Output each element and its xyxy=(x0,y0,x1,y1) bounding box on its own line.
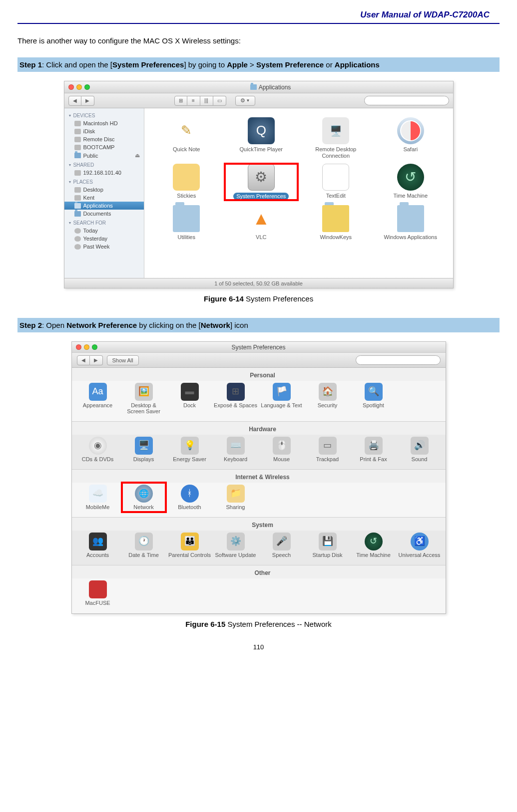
sidebar-item-applications[interactable]: Applications xyxy=(64,202,144,210)
gear-icon: ⚙ xyxy=(240,97,245,104)
action-button[interactable]: ⚙▼ xyxy=(235,96,255,106)
app-label: VLC xyxy=(256,234,266,241)
app-safari[interactable]: Safari xyxy=(374,117,447,159)
step2-text-c: ] icon xyxy=(230,321,248,329)
app-remote-desktop[interactable]: 🖥️Remote Desktop Connection xyxy=(300,117,373,159)
pref-energy[interactable]: 💡Energy Saver xyxy=(168,435,212,464)
pref-expose[interactable]: ⊞Exposé & Spaces xyxy=(214,381,258,416)
speech-icon: 🎤 xyxy=(273,533,291,550)
pref-language[interactable]: 🏳️Language & Text xyxy=(260,381,304,416)
pref-sound[interactable]: 🔊Sound xyxy=(398,435,442,464)
view-list-button[interactable]: ≡ xyxy=(187,96,200,106)
view-icon-button[interactable]: ⊞ xyxy=(174,96,187,106)
pref-network[interactable]: 🌐Network xyxy=(122,483,166,512)
folder-icon xyxy=(397,205,424,232)
pref-speech[interactable]: 🎤Speech xyxy=(260,531,304,560)
show-all-button[interactable]: Show All xyxy=(107,355,139,365)
folder-icon xyxy=(74,203,81,209)
app-time-machine[interactable]: ↺Time Machine xyxy=(374,164,447,200)
sidebar-item-idisk[interactable]: iDisk xyxy=(64,127,144,135)
sound-icon: 🔊 xyxy=(411,437,429,455)
step2-bold-b: Network xyxy=(201,321,230,329)
startup-disk-icon: 💾 xyxy=(319,533,337,550)
pref-sharing[interactable]: 📁Sharing xyxy=(214,483,258,512)
forward-button[interactable]: ▶ xyxy=(81,96,94,106)
app-windowkeys[interactable]: WindowKeys xyxy=(300,205,373,241)
app-windows-applications[interactable]: Windows Applications xyxy=(374,205,447,241)
pref-label: Print & Fax xyxy=(360,456,387,462)
pref-startup-disk[interactable]: 💾Startup Disk xyxy=(306,531,350,560)
minimize-icon[interactable] xyxy=(76,84,82,90)
view-coverflow-button[interactable]: ▭ xyxy=(213,96,226,106)
back-button[interactable]: ◀ xyxy=(77,355,90,365)
app-quick-note[interactable]: ✎Quick Note xyxy=(150,117,223,159)
search-icon xyxy=(364,96,449,105)
pref-print-fax[interactable]: 🖨️Print & Fax xyxy=(352,435,396,464)
sidebar-item-home[interactable]: Kent xyxy=(64,194,144,202)
sidebar-item-public[interactable]: Public⏏ xyxy=(64,151,144,160)
pref-cds-dvds[interactable]: ◉CDs & DVDs xyxy=(76,435,120,464)
pref-spotlight[interactable]: 🔍Spotlight xyxy=(352,381,396,416)
back-button[interactable]: ◀ xyxy=(68,96,81,106)
app-textedit[interactable]: TextEdit xyxy=(300,164,373,200)
app-system-preferences[interactable]: ⚙System Preferences xyxy=(225,164,298,200)
sidebar-shared-head: SHARED xyxy=(64,160,144,169)
zoom-icon[interactable] xyxy=(84,84,90,90)
sharing-icon: 📁 xyxy=(227,485,245,503)
sidebar-item-shared-host[interactable]: 192.168.101.40 xyxy=(64,169,144,177)
pref-universal-access[interactable]: ♿Universal Access xyxy=(398,531,442,560)
pref-desktop-screensaver[interactable]: 🖼️Desktop & Screen Saver xyxy=(122,381,166,416)
network-icon: 🌐 xyxy=(135,485,153,503)
finder-search-input[interactable] xyxy=(364,96,449,105)
sidebar-item-today[interactable]: Today xyxy=(64,227,144,235)
forward-button[interactable]: ▶ xyxy=(90,355,103,365)
sidebar-item-desktop[interactable]: Desktop xyxy=(64,186,144,194)
macfuse-icon xyxy=(89,580,107,598)
app-stickies[interactable]: Stickies xyxy=(150,164,223,200)
sidebar-item-remote-disc[interactable]: Remote Disc xyxy=(64,135,144,143)
pref-accounts[interactable]: 👥Accounts xyxy=(76,531,120,560)
close-icon[interactable] xyxy=(68,84,74,90)
pref-date-time[interactable]: 🕐Date & Time xyxy=(122,531,166,560)
app-vlc[interactable]: ▲VLC xyxy=(225,205,298,241)
view-column-button[interactable]: ||| xyxy=(200,96,213,106)
pref-bluetooth[interactable]: ᚼBluetooth xyxy=(168,483,212,512)
eject-icon[interactable]: ⏏ xyxy=(135,152,140,159)
pref-parental-controls[interactable]: 👪Parental Controls xyxy=(168,531,212,560)
traffic-lights[interactable] xyxy=(76,344,97,350)
pref-displays[interactable]: 🖥️Displays xyxy=(122,435,166,464)
step1-bold-a: System Preferences xyxy=(112,60,184,69)
pref-label: Language & Text xyxy=(261,402,302,408)
app-label: Windows Applications xyxy=(384,234,437,241)
app-quicktime[interactable]: QQuickTime Player xyxy=(225,117,298,159)
pref-macfuse[interactable]: MacFUSE xyxy=(76,578,120,608)
pref-mouse[interactable]: 🖱️Mouse xyxy=(260,435,304,464)
remote-desktop-icon: 🖥️ xyxy=(322,117,349,144)
sidebar-item-macintosh-hd[interactable]: Macintosh HD xyxy=(64,119,144,127)
pref-security[interactable]: 🏠Security xyxy=(306,381,350,416)
pref-keyboard[interactable]: ⌨️Keyboard xyxy=(214,435,258,464)
sidebar-item-bootcamp[interactable]: BOOTCAMP xyxy=(64,143,144,151)
zoom-icon[interactable] xyxy=(92,344,97,350)
minimize-icon[interactable] xyxy=(84,344,89,350)
sidebar-item-label: Macintosh HD xyxy=(83,120,118,126)
step1-text-c: > xyxy=(248,60,256,69)
pref-trackpad[interactable]: ▭Trackpad xyxy=(306,435,350,464)
pref-appearance[interactable]: AaAppearance xyxy=(76,381,120,416)
close-icon[interactable] xyxy=(76,344,81,350)
pref-mobileme[interactable]: ☁️MobileMe xyxy=(76,483,120,512)
sidebar-item-yesterday[interactable]: Yesterday xyxy=(64,235,144,243)
sidebar-item-documents[interactable]: Documents xyxy=(64,210,144,218)
sidebar-item-past-week[interactable]: Past Week xyxy=(64,243,144,251)
pref-software-update[interactable]: ⚙️Software Update xyxy=(214,531,258,560)
prefs-search-input[interactable] xyxy=(356,355,441,365)
pref-time-machine[interactable]: ↺Time Machine xyxy=(352,531,396,560)
app-utilities[interactable]: Utilities xyxy=(150,205,223,241)
traffic-lights[interactable] xyxy=(68,84,90,90)
pref-label: CDs & DVDs xyxy=(82,456,114,462)
keyboard-icon: ⌨️ xyxy=(227,437,245,455)
appearance-icon: Aa xyxy=(89,383,107,401)
desktop-icon: 🖼️ xyxy=(135,383,153,401)
pref-dock[interactable]: ▬Dock xyxy=(168,381,212,416)
figure-text: System Preferences xyxy=(244,294,313,303)
